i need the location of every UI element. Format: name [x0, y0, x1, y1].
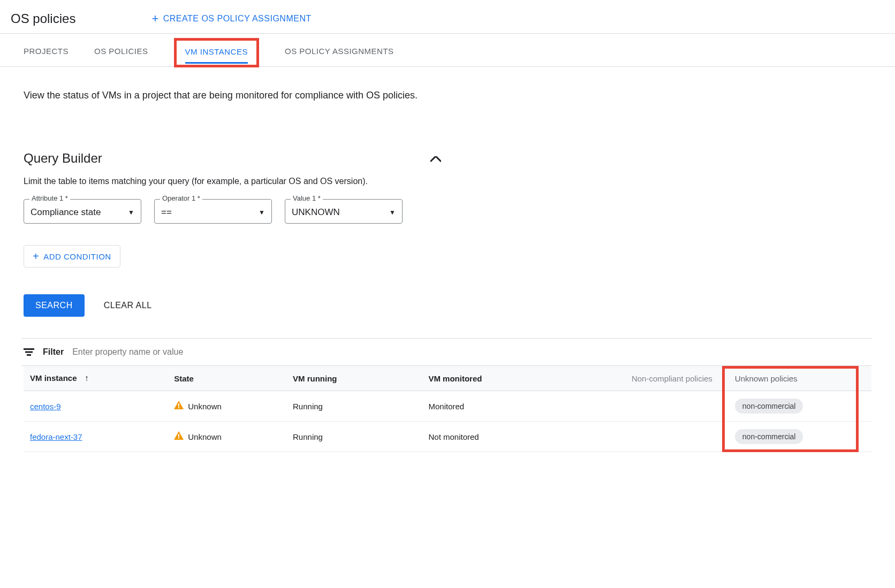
non-compliant-cell	[575, 391, 719, 422]
non-compliant-cell	[575, 422, 719, 452]
vm-running-cell: Running	[286, 422, 422, 452]
svg-rect-5	[178, 434, 179, 437]
vm-instance-link[interactable]: fedora-next-37	[30, 432, 82, 441]
col-vm-instance[interactable]: VM instance ↑	[24, 366, 168, 391]
policy-chip[interactable]: non-commercial	[735, 429, 803, 444]
table-row: centos-9UnknownRunningMonitorednon-comme…	[24, 391, 871, 422]
value-value: UNKNOWN	[292, 207, 340, 218]
operator-select[interactable]: Operator 1 * == ▼	[154, 199, 272, 224]
vm-instances-table: VM instance ↑ State VM running VM monito…	[24, 366, 871, 452]
col-vm-monitored[interactable]: VM monitored	[422, 366, 574, 391]
col-state[interactable]: State	[168, 366, 286, 391]
add-condition-button[interactable]: + ADD CONDITION	[24, 245, 120, 268]
policy-chip[interactable]: non-commercial	[735, 399, 803, 414]
unknown-policies-cell: non-commercial	[719, 391, 871, 422]
filter-icon[interactable]	[24, 348, 34, 356]
filter-input[interactable]	[72, 343, 871, 361]
table-row: fedora-next-37UnknownRunningNot monitore…	[24, 422, 871, 452]
operator-label: Operator 1 *	[160, 194, 202, 202]
highlight-vm-instances: VM INSTANCES	[174, 38, 259, 67]
col-non-compliant[interactable]: Non-compliant policies	[575, 366, 719, 391]
warning-icon	[174, 431, 184, 442]
vm-monitored-cell: Monitored	[422, 391, 574, 422]
state-text: Unknown	[188, 402, 222, 411]
svg-rect-4	[178, 407, 179, 408]
page-title: OS policies	[11, 11, 75, 26]
vm-running-cell: Running	[286, 391, 422, 422]
vm-monitored-cell: Not monitored	[422, 422, 574, 452]
tab-vm-instances[interactable]: VM INSTANCES	[185, 42, 248, 64]
tab-projects[interactable]: PROJECTS	[24, 41, 69, 66]
attribute-value: Compliance state	[31, 207, 101, 218]
col-vm-instance-label: VM instance	[30, 373, 77, 383]
attribute-select[interactable]: Attribute 1 * Compliance state ▼	[24, 199, 141, 224]
value-label: Value 1 *	[291, 194, 323, 202]
col-vm-running[interactable]: VM running	[286, 366, 422, 391]
sort-asc-icon: ↑	[85, 373, 89, 383]
svg-rect-0	[24, 348, 34, 350]
tab-os-policies[interactable]: OS POLICIES	[94, 41, 148, 66]
collapse-query-builder-icon[interactable]	[430, 151, 441, 166]
search-button[interactable]: SEARCH	[24, 294, 85, 317]
attribute-label: Attribute 1 *	[29, 194, 70, 202]
svg-rect-2	[27, 354, 31, 356]
tab-description: View the status of VMs in a project that…	[24, 88, 452, 103]
add-condition-label: ADD CONDITION	[43, 252, 111, 261]
unknown-policies-cell: non-commercial	[719, 422, 871, 452]
clear-all-button[interactable]: CLEAR ALL	[104, 294, 152, 317]
value-select[interactable]: Value 1 * UNKNOWN ▼	[285, 199, 403, 224]
plus-icon: +	[151, 13, 158, 25]
operator-value: ==	[161, 207, 172, 218]
filter-bar: Filter	[21, 338, 871, 366]
state-text: Unknown	[188, 432, 222, 441]
plus-icon: +	[33, 251, 39, 262]
tabs: PROJECTS OS POLICIES VM INSTANCES OS POL…	[0, 33, 895, 67]
tab-os-policy-assignments[interactable]: OS POLICY ASSIGNMENTS	[285, 41, 394, 66]
dropdown-icon: ▼	[259, 209, 265, 216]
dropdown-icon: ▼	[389, 209, 396, 216]
warning-icon	[174, 401, 184, 412]
query-builder-description: Limit the table to items matching your q…	[24, 177, 871, 186]
svg-rect-1	[25, 352, 33, 353]
svg-rect-3	[178, 403, 179, 407]
dropdown-icon: ▼	[128, 209, 134, 216]
create-os-policy-assignment-button[interactable]: + CREATE OS POLICY ASSIGNMENT	[145, 9, 317, 29]
vm-instance-link[interactable]: centos-9	[30, 402, 61, 411]
create-button-label: CREATE OS POLICY ASSIGNMENT	[163, 14, 312, 24]
svg-rect-6	[178, 438, 179, 439]
filter-label: Filter	[43, 347, 64, 357]
query-builder-title: Query Builder	[24, 151, 102, 166]
col-unknown-policies[interactable]: Unknown policies	[719, 366, 871, 391]
